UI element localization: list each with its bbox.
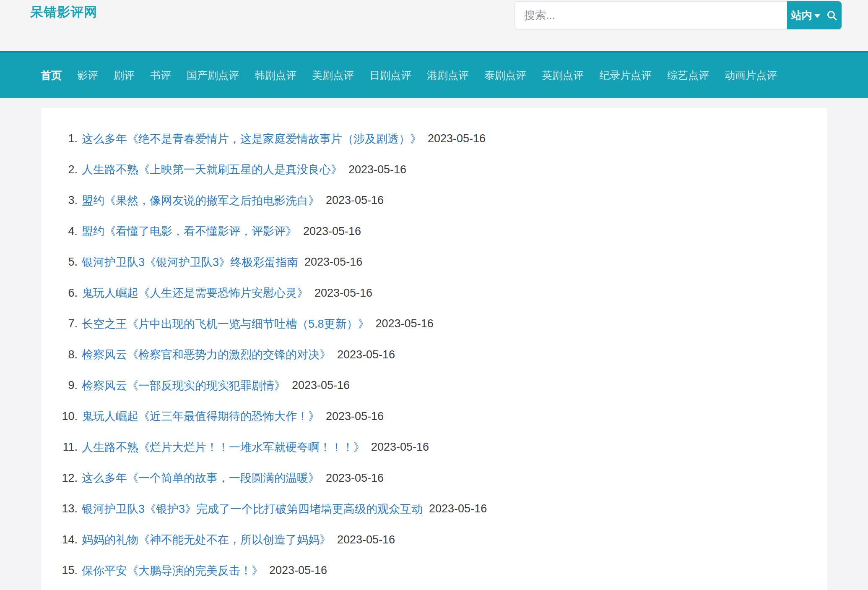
article-date: 2023-05-16: [304, 256, 362, 269]
article-date: 2023-05-16: [371, 441, 429, 454]
nav-item-9[interactable]: 泰剧点评: [484, 69, 526, 81]
article-number: 6.: [56, 287, 78, 300]
nav-item-6[interactable]: 美剧点评: [312, 69, 354, 81]
article-row: 6.鬼玩人崛起《人生还是需要恐怖片安慰心灵》2023-05-16: [56, 278, 815, 309]
article-row: 10.鬼玩人崛起《近三年最值得期待的恐怖大作！》2023-05-16: [56, 401, 815, 432]
nav-item-11[interactable]: 纪录片点评: [599, 69, 652, 81]
article-list: 1.这么多年《绝不是青春爱情片，这是家庭爱情故事片（涉及剧透）》2023-05-…: [56, 123, 815, 586]
content-card: 1.这么多年《绝不是青春爱情片，这是家庭爱情故事片（涉及剧透）》2023-05-…: [41, 108, 827, 590]
article-date: 2023-05-16: [376, 317, 434, 330]
site-header: 呆错影评网 站内: [0, 0, 868, 51]
article-title-link[interactable]: 银河护卫队3《银护3》完成了一个比打破第四堵墙更高级的观众互动: [82, 501, 423, 517]
article-row: 11.人生路不熟《烂片大烂片！！一堆水军就硬夸啊！！！》2023-05-16: [56, 432, 815, 463]
article-date: 2023-05-16: [326, 472, 384, 485]
search-scope-dropdown[interactable]: 站内: [791, 8, 820, 22]
nav-item-13[interactable]: 动画片点评: [725, 69, 777, 81]
article-number: 1.: [56, 132, 78, 145]
main-nav: 首页影评剧评书评国产剧点评韩剧点评美剧点评日剧点评港剧点评泰剧点评英剧点评纪录片…: [0, 51, 868, 98]
article-title-link[interactable]: 这么多年《一个简单的故事，一段圆满的温暖》: [82, 470, 320, 486]
search-box: 站内: [515, 1, 842, 29]
article-date: 2023-05-16: [303, 225, 361, 238]
nav-item-5[interactable]: 韩剧点评: [255, 69, 296, 81]
article-row: 14.妈妈的礼物《神不能无处不在，所以创造了妈妈》2023-05-16: [56, 525, 815, 556]
article-number: 9.: [56, 379, 78, 392]
article-row: 3.盟约《果然，像网友说的撤军之后拍电影洗白》2023-05-16: [56, 185, 815, 216]
article-title-link[interactable]: 保你平安《大鹏导演的完美反击！》: [82, 563, 263, 578]
article-number: 12.: [56, 472, 78, 485]
article-number: 10.: [56, 410, 78, 423]
article-row: 2.人生路不熟《上映第一天就刷五星的人是真没良心》2023-05-16: [56, 154, 815, 185]
article-date: 2023-05-16: [348, 163, 406, 176]
article-title-link[interactable]: 盟约《果然，像网友说的撤军之后拍电影洗白》: [82, 193, 320, 208]
article-row: 5.银河护卫队3《银河护卫队3》终极彩蛋指南2023-05-16: [56, 247, 815, 278]
article-date: 2023-05-16: [429, 502, 487, 515]
article-row: 1.这么多年《绝不是青春爱情片，这是家庭爱情故事片（涉及剧透）》2023-05-…: [56, 123, 815, 154]
article-row: 4.盟约《看懂了电影，看不懂影评，评影评》2023-05-16: [56, 216, 815, 247]
article-date: 2023-05-16: [314, 287, 372, 300]
article-title-link[interactable]: 盟约《看懂了电影，看不懂影评，评影评》: [82, 224, 297, 239]
article-number: 7.: [56, 317, 78, 330]
article-number: 11.: [56, 441, 78, 454]
article-number: 13.: [56, 502, 78, 515]
article-row: 15.保你平安《大鹏导演的完美反击！》2023-05-16: [56, 555, 815, 586]
article-title-link[interactable]: 检察风云《一部反现实的现实犯罪剧情》: [82, 378, 286, 393]
article-date: 2023-05-16: [326, 410, 384, 423]
article-number: 15.: [56, 564, 78, 577]
article-number: 8.: [56, 348, 78, 361]
nav-item-2[interactable]: 剧评: [114, 69, 135, 81]
article-date: 2023-05-16: [337, 348, 395, 361]
article-row: 8.检察风云《检察官和恶势力的激烈的交锋的对决》2023-05-16: [56, 339, 815, 371]
article-title-link[interactable]: 长空之王《片中出现的飞机一览与细节吐槽（5.8更新）》: [82, 316, 369, 332]
article-row: 7.长空之王《片中出现的飞机一览与细节吐槽（5.8更新）》2023-05-16: [56, 308, 815, 339]
search-input[interactable]: [515, 1, 787, 29]
search-scope-label: 站内: [791, 8, 812, 22]
article-title-link[interactable]: 人生路不熟《烂片大烂片！！一堆水军就硬夸啊！！！》: [82, 440, 365, 455]
article-title-link[interactable]: 这么多年《绝不是青春爱情片，这是家庭爱情故事片（涉及剧透）》: [82, 131, 421, 146]
article-title-link[interactable]: 妈妈的礼物《神不能无处不在，所以创造了妈妈》: [82, 532, 331, 547]
site-logo[interactable]: 呆错影评网: [30, 3, 97, 21]
article-row: 12.这么多年《一个简单的故事，一段圆满的温暖》2023-05-16: [56, 463, 815, 494]
article-number: 3.: [56, 194, 78, 207]
nav-item-3[interactable]: 书评: [150, 69, 171, 81]
article-row: 9.检察风云《一部反现实的现实犯罪剧情》2023-05-16: [56, 370, 815, 401]
nav-item-0[interactable]: 首页: [41, 69, 62, 81]
article-date: 2023-05-16: [292, 379, 350, 392]
article-title-link[interactable]: 检察风云《检察官和恶势力的激烈的交锋的对决》: [82, 347, 331, 362]
article-date: 2023-05-16: [326, 194, 384, 207]
article-title-link[interactable]: 鬼玩人崛起《人生还是需要恐怖片安慰心灵》: [82, 285, 308, 300]
nav-item-4[interactable]: 国产剧点评: [187, 69, 239, 81]
article-row: 13.银河护卫队3《银护3》完成了一个比打破第四堵墙更高级的观众互动2023-0…: [56, 493, 815, 525]
nav-item-12[interactable]: 综艺点评: [667, 69, 709, 81]
article-title-link[interactable]: 人生路不熟《上映第一天就刷五星的人是真没良心》: [82, 162, 342, 177]
search-icon: [826, 10, 838, 21]
nav-item-8[interactable]: 港剧点评: [427, 69, 469, 81]
article-date: 2023-05-16: [428, 132, 486, 145]
article-number: 14.: [56, 533, 78, 546]
chevron-down-icon: [814, 14, 820, 18]
article-title-link[interactable]: 银河护卫队3《银河护卫队3》终极彩蛋指南: [82, 255, 298, 270]
nav-item-1[interactable]: 影评: [77, 69, 98, 81]
article-number: 2.: [56, 163, 78, 176]
nav-item-7[interactable]: 日剧点评: [369, 69, 411, 81]
article-number: 4.: [56, 225, 78, 238]
article-date: 2023-05-16: [269, 564, 327, 577]
article-number: 5.: [56, 256, 78, 269]
nav-item-10[interactable]: 英剧点评: [542, 69, 584, 81]
search-actions: 站内: [787, 1, 842, 29]
article-title-link[interactable]: 鬼玩人崛起《近三年最值得期待的恐怖大作！》: [82, 409, 320, 424]
article-date: 2023-05-16: [337, 533, 395, 546]
search-button[interactable]: [826, 10, 838, 21]
